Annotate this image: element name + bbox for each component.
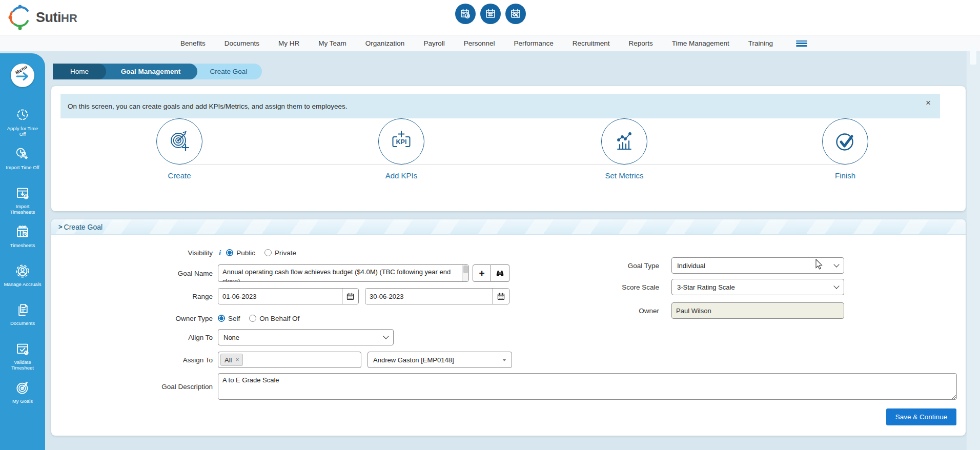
goal-name-label: Goal Name: [56, 270, 218, 277]
nav-item-time-management[interactable]: Time Management: [672, 39, 729, 47]
header-quick-icons: [455, 4, 526, 24]
wizard-connector-line: [179, 164, 845, 165]
section-chevron-icon: >: [58, 223, 63, 231]
owner-type-behalf-label: On Behalf Of: [259, 315, 299, 322]
sidebar-item-documents[interactable]: Documents: [0, 299, 45, 338]
wizard-panel: On this screen, you can create goals and…: [51, 86, 966, 211]
sidebar-item-timesheets[interactable]: Timesheets: [0, 221, 45, 260]
wizard-step-add-kpis[interactable]: KPI Add KPIs: [355, 141, 447, 180]
nav-item-reports[interactable]: Reports: [629, 39, 653, 47]
owner-type-behalf-radio[interactable]: [249, 315, 256, 322]
dropdown-caret-icon: [502, 359, 506, 361]
nav-item-payroll[interactable]: Payroll: [423, 39, 444, 47]
info-icon[interactable]: i: [219, 249, 221, 257]
employee-select[interactable]: Andrew Gaston [EMP0148]: [368, 352, 512, 368]
owner-type-label: Owner Type: [56, 315, 218, 322]
save-continue-button[interactable]: Save & Continue: [886, 408, 956, 425]
goal-description-input[interactable]: A to E Grade Scale: [218, 373, 957, 400]
visibility-private-label: Private: [275, 249, 296, 257]
range-start-input[interactable]: [218, 289, 342, 304]
info-banner: On this screen, you can create goals and…: [60, 94, 940, 118]
breadcrumb: Home Goal Management Create Goal: [53, 64, 262, 79]
calendar-icon[interactable]: [480, 4, 501, 24]
assign-to-tag: All ×: [220, 354, 243, 366]
range-end-input[interactable]: [365, 289, 493, 304]
sidebar-item-manage-accruals[interactable]: Manage Accruals: [0, 260, 45, 299]
owner-input: [671, 302, 844, 319]
nav-item-documents[interactable]: Documents: [224, 39, 259, 47]
metrics-chart-icon: [611, 128, 638, 155]
nav-item-personnel[interactable]: Personnel: [464, 39, 495, 47]
range-label: Range: [56, 293, 218, 300]
main-nav: Benefits Documents My HR My Team Organiz…: [0, 35, 980, 51]
info-banner-text: On this screen, you can create goals and…: [68, 103, 348, 110]
calendar-clock-icon: [15, 224, 30, 240]
owner-label: Owner: [56, 307, 665, 315]
timesheet-clock-icon[interactable]: [455, 4, 476, 24]
nav-items: Benefits Documents My HR My Team Organiz…: [180, 39, 807, 48]
sidebar-menu-toggle[interactable]: Menu: [11, 64, 34, 87]
section-header[interactable]: > Create Goal: [51, 219, 966, 235]
visibility-public-radio[interactable]: [226, 249, 233, 256]
chevron-down-icon: [833, 261, 839, 267]
assign-to-input[interactable]: All ×: [218, 352, 361, 368]
close-icon[interactable]: ×: [926, 98, 931, 107]
tab-create-goal[interactable]: Create Goal: [186, 64, 262, 79]
arrow-right-icon: [15, 72, 30, 81]
nav-item-training[interactable]: Training: [748, 39, 773, 47]
nav-item-organization[interactable]: Organization: [365, 39, 405, 47]
owner-type-self-label: Self: [228, 315, 240, 322]
goal-type-label: Goal Type: [56, 262, 665, 270]
visibility-public-label: Public: [236, 249, 255, 257]
sidebar-item-import-timesheets[interactable]: Import Timesheets: [0, 182, 45, 221]
logo-hr: HR: [61, 12, 77, 25]
shift-schedule-icon[interactable]: [505, 4, 526, 24]
align-to-select[interactable]: None: [218, 329, 394, 345]
documents-icon: [15, 302, 30, 318]
nav-item-recruitment[interactable]: Recruitment: [573, 39, 610, 47]
wizard-step-finish[interactable]: Finish: [799, 141, 891, 180]
nav-item-benefits[interactable]: Benefits: [180, 39, 206, 47]
wizard-step-set-metrics[interactable]: Set Metrics: [578, 141, 670, 180]
calendar-check-icon: [15, 341, 30, 357]
binoculars-icon: [495, 269, 505, 278]
assign-to-row: Assign To All × Andrew Gaston [EMP0148]: [56, 352, 512, 368]
goal-description-label: Goal Description: [56, 383, 218, 391]
scrollbar-thumb[interactable]: [970, 46, 976, 65]
calendar-icon: [346, 292, 355, 301]
visibility-private-radio[interactable]: [264, 249, 272, 256]
hamburger-menu-icon[interactable]: [796, 39, 807, 48]
sidebar-item-import-time-off[interactable]: Import Time Off: [0, 144, 45, 182]
sidebar-item-my-goals[interactable]: My Goals: [0, 377, 45, 416]
calendar-import-icon: [15, 186, 30, 201]
sidebar-items: Apply for Time Off Import Time Off Impor…: [0, 105, 45, 416]
nav-item-performance[interactable]: Performance: [514, 39, 553, 47]
sutihr-app: SutiHR: [0, 0, 980, 450]
assign-to-label: Assign To: [56, 356, 218, 364]
score-scale-label: Score Scale: [56, 283, 665, 291]
target-arrow-icon: [15, 380, 30, 396]
tab-home[interactable]: Home: [53, 64, 106, 79]
range-end-calendar-button[interactable]: [493, 289, 509, 304]
sidebar-item-apply-time-off[interactable]: Apply for Time Off: [0, 105, 45, 144]
visibility-row: Visibility i Public Private: [56, 247, 305, 258]
align-to-row: Align To None: [56, 329, 394, 345]
check-circle-icon: [831, 127, 860, 156]
remove-tag-icon[interactable]: ×: [235, 357, 239, 363]
nav-item-my-hr[interactable]: My HR: [278, 39, 299, 47]
range-start-calendar-button[interactable]: [342, 289, 358, 304]
nav-item-my-team[interactable]: My Team: [318, 39, 346, 47]
chevron-down-icon: [383, 333, 389, 339]
calendar-icon: [497, 292, 505, 301]
owner-type-self-radio[interactable]: [218, 315, 225, 322]
left-sidebar: Menu Apply for Time Off Import Time Off: [0, 53, 45, 450]
clock-dashed-icon: [15, 108, 30, 123]
sidebar-item-validate-timesheet[interactable]: Validate Timesheet: [0, 338, 45, 377]
gear-user-icon: [15, 263, 30, 279]
brand-logo[interactable]: SutiHR: [7, 5, 77, 30]
wizard-step-create[interactable]: Create: [133, 141, 226, 180]
svg-text:KPI: KPI: [396, 138, 407, 146]
score-scale-select[interactable]: 3-Star Rating Scale: [671, 279, 844, 295]
tab-goal-management[interactable]: Goal Management: [95, 64, 197, 79]
scrollbar-track[interactable]: [967, 51, 980, 450]
